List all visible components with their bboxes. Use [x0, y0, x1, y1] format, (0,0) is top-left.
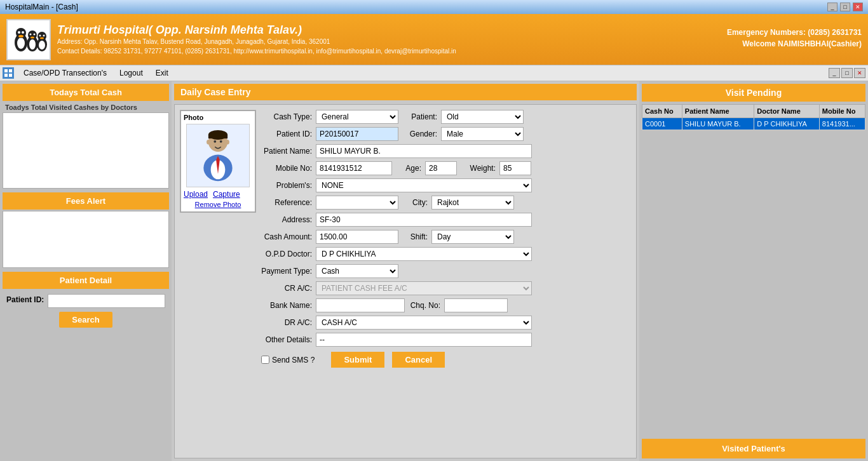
svg-point-28	[214, 140, 216, 142]
row-bank: Bank Name: Chq. No:	[261, 298, 631, 312]
center-content: Daily Case Entry Photo	[172, 81, 639, 461]
opd-doctor-select[interactable]: D P CHIKHLIYA	[316, 247, 532, 261]
photo-box	[186, 124, 250, 187]
title-bar-controls: _ □ ✕	[827, 3, 863, 11]
minimize-button[interactable]: _	[827, 3, 837, 11]
svg-rect-21	[9, 74, 12, 77]
menu-case-opd[interactable]: Case/OPD Transection's	[18, 67, 112, 79]
problems-select[interactable]: NONE	[316, 178, 532, 192]
welcome-text: Welcome NAIMISHBHAI(Cashier)	[727, 39, 862, 48]
address-input[interactable]	[316, 213, 532, 227]
svg-point-17	[40, 37, 44, 39]
form-fields: Cash Type: General Patient: Old Patient …	[261, 110, 631, 453]
cancel-button[interactable]: Cancel	[392, 352, 445, 368]
shift-select[interactable]: Day	[431, 230, 514, 244]
patient-name-input[interactable]	[316, 144, 532, 158]
weight-input[interactable]	[499, 161, 531, 175]
cr-ac-select[interactable]: PATIENT CASH FEE A/C	[316, 281, 532, 295]
row-submit: Send SMS ? Submit Cancel	[261, 352, 631, 368]
header-left: Trimurti Hospital( Opp. Narsinh Mehta Ta…	[6, 19, 456, 60]
upload-link[interactable]: Upload	[184, 190, 208, 199]
remove-photo-link[interactable]: Remove Photo	[195, 201, 241, 208]
visited-patients-button[interactable]: Visited Patient's	[642, 439, 865, 458]
patient-detail-title: Patient Detail	[3, 272, 169, 289]
patient-id-label: Patient ID:	[261, 130, 312, 138]
cr-ac-label: CR A/C:	[261, 284, 312, 293]
patient-select[interactable]: Old	[441, 110, 524, 124]
address-label: Address:	[261, 215, 312, 224]
sidebar-patient-id-input[interactable]	[48, 294, 165, 308]
row-mobile: Mobile No: Age: Weight:	[261, 161, 631, 175]
todays-total-cash-title: Todays Total Cash	[3, 84, 169, 101]
menu-logout[interactable]: Logout	[114, 67, 149, 79]
svg-rect-19	[9, 69, 12, 72]
cash-type-select[interactable]: General	[316, 110, 398, 124]
row-cash-amount: Cash Amount: Shift: Day	[261, 230, 631, 244]
menu-close-btn[interactable]: ✕	[854, 68, 865, 78]
close-button[interactable]: ✕	[853, 3, 863, 11]
cash-amount-input[interactable]	[316, 230, 398, 244]
hospital-contact: Contact Details: 98252 31731, 97277 4710…	[57, 46, 456, 56]
row-problems: Problem's: NONE	[261, 178, 631, 192]
svg-point-30	[207, 140, 210, 145]
bank-name-input[interactable]	[316, 298, 405, 312]
svg-point-10	[33, 34, 35, 36]
svg-point-5	[18, 35, 24, 37]
app-header: Trimurti Hospital( Opp. Narsinh Mehta Ta…	[0, 14, 868, 65]
menu-exit[interactable]: Exit	[150, 67, 174, 79]
photo-section: Photo	[180, 110, 256, 453]
mobile-no-label: Mobile No:	[261, 164, 312, 173]
patient-label: Patient:	[402, 112, 437, 121]
right-panel: Visit Pending Cash No Patient Name Docto…	[639, 81, 868, 461]
age-input[interactable]	[425, 161, 457, 175]
table-row[interactable]: C0001SHILU MAYUR B.D P CHIKHLIYA8141931.…	[642, 118, 865, 130]
submit-button[interactable]: Submit	[331, 352, 384, 368]
hospital-address: Address: Opp. Narsinh Mehta Talav, Buste…	[57, 37, 456, 46]
visit-table: Cash No Patient Name Doctor Name Mobile …	[642, 104, 865, 130]
row-reference: Reference: City: Rajkot	[261, 196, 631, 210]
menu-window-controls: _ □ ✕	[829, 68, 865, 78]
visit-pending-header: Visit Pending	[642, 84, 865, 102]
svg-point-31	[226, 140, 229, 145]
payment-type-label: Payment Type:	[261, 267, 312, 276]
svg-point-16	[43, 35, 44, 37]
weight-label: Weight:	[461, 164, 496, 173]
menu-bar: Case/OPD Transection's Logout Exit _ □ ✕	[0, 65, 868, 81]
search-button[interactable]: Search	[59, 312, 112, 328]
restore-button[interactable]: □	[840, 3, 850, 11]
gender-select[interactable]: Male	[441, 127, 524, 141]
menu-restore-btn[interactable]: □	[841, 68, 853, 78]
patient-name-label: Patient Name:	[261, 147, 312, 156]
cash-type-label: Cash Type:	[261, 112, 312, 121]
mobile-no-input[interactable]	[316, 161, 392, 175]
menu-minimize-btn[interactable]: _	[829, 68, 840, 78]
payment-type-select[interactable]: Cash	[316, 264, 398, 278]
menu-items: Case/OPD Transection's Logout Exit	[3, 67, 174, 79]
col-mobile-no: Mobile No	[819, 105, 865, 118]
opd-doctor-label: O.P.D Doctor:	[261, 250, 312, 258]
send-sms-checkbox[interactable]	[261, 356, 269, 364]
reference-select[interactable]	[316, 196, 398, 210]
dr-ac-select[interactable]: CASH A/C	[316, 316, 532, 330]
send-sms-label[interactable]: Send SMS ?	[261, 356, 315, 364]
svg-point-1	[17, 37, 25, 49]
chq-no-input[interactable]	[444, 298, 508, 312]
svg-rect-24	[208, 135, 227, 138]
city-select[interactable]: Rajkot	[431, 196, 514, 210]
main-layout: Todays Total Cash Toadys Total Visited C…	[0, 81, 868, 461]
hospital-name: Trimurti Hospital( Opp. Narsinh Mehta Ta…	[57, 23, 456, 37]
svg-rect-20	[4, 74, 8, 77]
capture-link[interactable]: Capture	[213, 190, 240, 199]
patient-id-input[interactable]	[316, 127, 398, 141]
reference-label: Reference:	[261, 198, 312, 207]
dr-ac-label: DR A/C:	[261, 318, 312, 327]
other-details-input[interactable]	[316, 333, 532, 347]
svg-rect-18	[4, 69, 8, 72]
row-patient-name: Patient Name:	[261, 144, 631, 158]
row-address: Address:	[261, 213, 631, 227]
visited-cashes-label: Toadys Total Visited Cashes by Doctors	[3, 102, 169, 112]
row-opd-doctor: O.P.D Doctor: D P CHIKHLIYA	[261, 247, 631, 261]
age-label: Age:	[396, 164, 421, 173]
chq-no-label: Chq. No:	[409, 301, 440, 310]
row-cash-type: Cash Type: General Patient: Old	[261, 110, 631, 124]
